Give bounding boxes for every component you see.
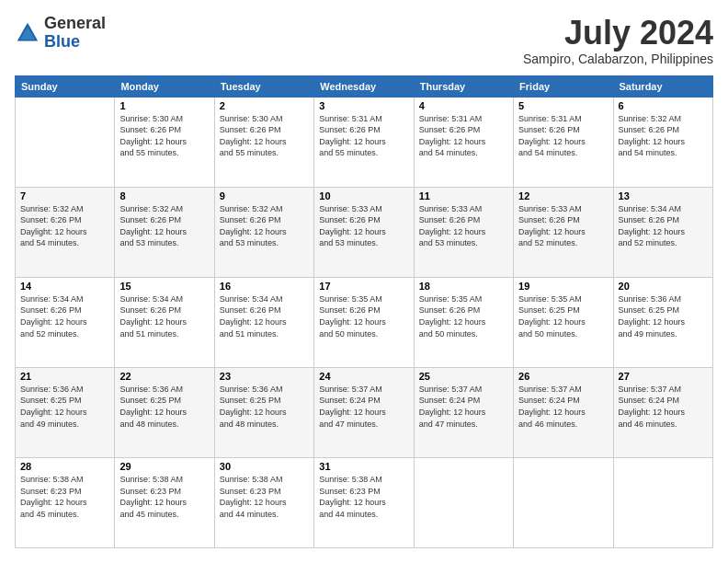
day-number: 7 [20,190,109,201]
day-number: 15 [119,281,209,292]
day-number: 8 [119,190,209,201]
header-monday: Monday [115,75,214,97]
table-row: 1Sunrise: 5:30 AM Sunset: 6:26 PM Daylig… [115,97,214,187]
day-number: 27 [619,371,708,382]
day-number: 21 [20,371,109,382]
table-row: 29Sunrise: 5:38 AM Sunset: 6:23 PM Dayli… [115,457,214,547]
day-number: 16 [220,281,309,292]
table-row: 17Sunrise: 5:35 AM Sunset: 6:26 PM Dayli… [314,277,414,367]
table-row: 13Sunrise: 5:34 AM Sunset: 6:26 PM Dayli… [613,187,712,277]
table-row: 6Sunrise: 5:32 AM Sunset: 6:26 PM Daylig… [613,97,712,187]
day-number: 29 [119,461,209,472]
day-info: Sunrise: 5:36 AM Sunset: 6:25 PM Dayligh… [119,384,209,430]
day-info: Sunrise: 5:37 AM Sunset: 6:24 PM Dayligh… [518,384,608,430]
table-row: 21Sunrise: 5:36 AM Sunset: 6:25 PM Dayli… [16,367,115,457]
day-info: Sunrise: 5:37 AM Sunset: 6:24 PM Dayligh… [619,384,708,430]
table-row: 24Sunrise: 5:37 AM Sunset: 6:24 PM Dayli… [314,367,414,457]
table-row: 31Sunrise: 5:38 AM Sunset: 6:23 PM Dayli… [314,457,414,547]
page: General Blue July 2024 Sampiro, Calabarz… [0,0,728,563]
day-info: Sunrise: 5:34 AM Sunset: 6:26 PM Dayligh… [619,203,708,249]
logo-text: General Blue [44,15,106,52]
day-number: 18 [419,281,508,292]
day-info: Sunrise: 5:33 AM Sunset: 6:26 PM Dayligh… [319,203,408,249]
logo-blue: Blue [44,32,80,51]
day-number: 14 [20,281,109,292]
day-info: Sunrise: 5:36 AM Sunset: 6:25 PM Dayligh… [220,384,309,430]
table-row: 4Sunrise: 5:31 AM Sunset: 6:26 PM Daylig… [414,97,513,187]
day-number: 20 [619,281,708,292]
header-friday: Friday [514,75,613,97]
day-number: 11 [419,190,508,201]
day-info: Sunrise: 5:32 AM Sunset: 6:26 PM Dayligh… [220,203,309,249]
day-info: Sunrise: 5:34 AM Sunset: 6:26 PM Dayligh… [20,293,109,339]
table-row: 7Sunrise: 5:32 AM Sunset: 6:26 PM Daylig… [16,187,115,277]
day-number: 26 [518,371,608,382]
day-info: Sunrise: 5:34 AM Sunset: 6:26 PM Dayligh… [119,293,209,339]
day-number: 25 [419,371,508,382]
calendar-header-row: Sunday Monday Tuesday Wednesday Thursday… [16,75,713,97]
calendar-week-row: 14Sunrise: 5:34 AM Sunset: 6:26 PM Dayli… [16,277,713,367]
day-number: 9 [220,190,309,201]
day-number: 12 [518,190,608,201]
day-info: Sunrise: 5:34 AM Sunset: 6:26 PM Dayligh… [220,293,309,339]
day-info: Sunrise: 5:35 AM Sunset: 6:25 PM Dayligh… [518,293,608,339]
day-info: Sunrise: 5:33 AM Sunset: 6:26 PM Dayligh… [419,203,508,249]
header-sunday: Sunday [16,75,115,97]
day-info: Sunrise: 5:31 AM Sunset: 6:26 PM Dayligh… [319,113,408,159]
day-info: Sunrise: 5:38 AM Sunset: 6:23 PM Dayligh… [20,474,109,520]
day-info: Sunrise: 5:31 AM Sunset: 6:26 PM Dayligh… [419,113,508,159]
day-number: 31 [319,461,408,472]
table-row: 5Sunrise: 5:31 AM Sunset: 6:26 PM Daylig… [514,97,613,187]
day-number: 24 [319,371,408,382]
calendar-week-row: 1Sunrise: 5:30 AM Sunset: 6:26 PM Daylig… [16,97,713,187]
table-row [613,457,712,547]
table-row: 9Sunrise: 5:32 AM Sunset: 6:26 PM Daylig… [214,187,313,277]
day-info: Sunrise: 5:33 AM Sunset: 6:26 PM Dayligh… [518,203,608,249]
month-year: July 2024 [523,15,713,52]
table-row: 20Sunrise: 5:36 AM Sunset: 6:25 PM Dayli… [613,277,712,367]
table-row: 30Sunrise: 5:38 AM Sunset: 6:23 PM Dayli… [214,457,313,547]
day-number: 17 [319,281,408,292]
table-row: 8Sunrise: 5:32 AM Sunset: 6:26 PM Daylig… [115,187,214,277]
calendar-table: Sunday Monday Tuesday Wednesday Thursday… [15,75,713,548]
day-info: Sunrise: 5:37 AM Sunset: 6:24 PM Dayligh… [319,384,408,430]
header: General Blue July 2024 Sampiro, Calabarz… [15,15,713,66]
table-row: 18Sunrise: 5:35 AM Sunset: 6:26 PM Dayli… [414,277,513,367]
day-number: 22 [119,371,209,382]
table-row: 19Sunrise: 5:35 AM Sunset: 6:25 PM Dayli… [514,277,613,367]
day-info: Sunrise: 5:31 AM Sunset: 6:26 PM Dayligh… [518,113,608,159]
header-tuesday: Tuesday [214,75,313,97]
table-row: 26Sunrise: 5:37 AM Sunset: 6:24 PM Dayli… [514,367,613,457]
day-info: Sunrise: 5:37 AM Sunset: 6:24 PM Dayligh… [419,384,508,430]
day-number: 2 [220,100,309,111]
day-number: 3 [319,100,408,111]
day-info: Sunrise: 5:35 AM Sunset: 6:26 PM Dayligh… [319,293,408,339]
day-number: 13 [619,190,708,201]
day-info: Sunrise: 5:36 AM Sunset: 6:25 PM Dayligh… [20,384,109,430]
table-row: 12Sunrise: 5:33 AM Sunset: 6:26 PM Dayli… [514,187,613,277]
title-block: July 2024 Sampiro, Calabarzon, Philippin… [523,15,713,66]
logo: General Blue [15,15,106,52]
day-info: Sunrise: 5:32 AM Sunset: 6:26 PM Dayligh… [20,203,109,249]
location: Sampiro, Calabarzon, Philippines [523,52,713,66]
table-row [16,97,115,187]
table-row: 27Sunrise: 5:37 AM Sunset: 6:24 PM Dayli… [613,367,712,457]
day-info: Sunrise: 5:30 AM Sunset: 6:26 PM Dayligh… [220,113,309,159]
table-row: 22Sunrise: 5:36 AM Sunset: 6:25 PM Dayli… [115,367,214,457]
day-number: 19 [518,281,608,292]
day-info: Sunrise: 5:30 AM Sunset: 6:26 PM Dayligh… [119,113,209,159]
table-row: 15Sunrise: 5:34 AM Sunset: 6:26 PM Dayli… [115,277,214,367]
table-row: 23Sunrise: 5:36 AM Sunset: 6:25 PM Dayli… [214,367,313,457]
header-wednesday: Wednesday [314,75,414,97]
calendar-week-row: 28Sunrise: 5:38 AM Sunset: 6:23 PM Dayli… [16,457,713,547]
table-row: 11Sunrise: 5:33 AM Sunset: 6:26 PM Dayli… [414,187,513,277]
day-info: Sunrise: 5:38 AM Sunset: 6:23 PM Dayligh… [119,474,209,520]
calendar-week-row: 7Sunrise: 5:32 AM Sunset: 6:26 PM Daylig… [16,187,713,277]
day-number: 28 [20,461,109,472]
day-number: 30 [220,461,309,472]
table-row [514,457,613,547]
table-row [414,457,513,547]
day-info: Sunrise: 5:38 AM Sunset: 6:23 PM Dayligh… [319,474,408,520]
header-thursday: Thursday [414,75,513,97]
day-number: 10 [319,190,408,201]
